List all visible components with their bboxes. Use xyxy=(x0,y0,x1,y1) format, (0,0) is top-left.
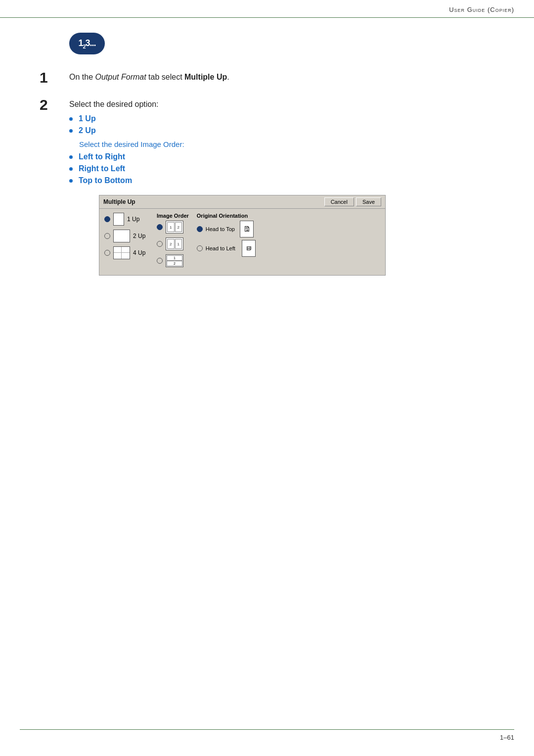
head-to-top-radio[interactable] xyxy=(197,226,203,232)
cancel-button[interactable]: Cancel xyxy=(324,197,354,206)
step-1-text: On the Output Format tab select Multiple… xyxy=(69,71,494,83)
step-2: 2 Select the desired option: 1 Up 2 Up S… xyxy=(40,96,494,276)
rtl-label: Right to Left xyxy=(79,164,125,173)
order-radio-1[interactable] xyxy=(157,224,163,230)
bullet-dot xyxy=(69,155,73,159)
list-item-2up: 2 Up xyxy=(69,126,494,135)
order-cell-1a: 1 xyxy=(175,239,182,249)
ttb-label: Top to Bottom xyxy=(79,176,132,185)
step-1-content: On the Output Format tab select Multiple… xyxy=(69,69,494,83)
dialog-body: 1 Up 2 Up xyxy=(99,209,385,275)
bullet-dot xyxy=(69,129,73,133)
bullet-dot xyxy=(69,179,73,183)
step-2-text: Select the desired option: xyxy=(69,98,494,110)
logo-text: 123... xyxy=(78,38,95,49)
list-item-ltr: Left to Right xyxy=(69,152,494,161)
2up-option-label: 2 Up xyxy=(133,233,145,239)
bullet-dot xyxy=(69,117,73,121)
order-radio-3[interactable] xyxy=(157,258,163,264)
option-list: 1 Up 2 Up xyxy=(69,114,494,135)
page-number: 1–61 xyxy=(500,734,514,741)
1up-label: 1 Up xyxy=(79,114,96,123)
page-header: User Guide (Copier) xyxy=(0,0,534,18)
2up-radio[interactable] xyxy=(104,233,110,239)
logo-badge: 123... xyxy=(69,33,105,54)
head-to-left-label: Head to Left xyxy=(206,245,235,251)
2up-icon xyxy=(113,230,130,242)
page-footer: 1–61 xyxy=(20,729,514,741)
2up-label: 2 Up xyxy=(79,126,96,135)
4up-radio[interactable] xyxy=(104,250,110,256)
dialog-title: Multiple Up xyxy=(103,198,135,205)
dialog-titlebar: Multiple Up Cancel Save xyxy=(99,195,385,209)
list-item-ttb: Top to Bottom xyxy=(69,176,494,185)
4up-icon xyxy=(113,246,130,259)
2up-option[interactable]: 2 Up xyxy=(104,230,149,242)
dialog-button-group: Cancel Save xyxy=(324,197,381,206)
sub-instruction: Select the desired Image Order: xyxy=(79,140,494,148)
orientation-panel: Original Orientation Head to Top 🖺 Head … xyxy=(197,213,257,271)
multiple-up-dialog: Multiple Up Cancel Save xyxy=(99,195,386,276)
order-cell-1: 1 xyxy=(167,222,175,232)
4up-option-label: 4 Up xyxy=(133,249,145,256)
order-radio-2[interactable] xyxy=(157,241,163,247)
head-to-top-icon: 🖺 xyxy=(240,221,254,237)
order-cell-2: 2 xyxy=(175,222,182,232)
list-item-rtl: Right to Left xyxy=(69,164,494,173)
ttb-cell-2: 2 xyxy=(167,261,182,266)
step-1: 1 On the Output Format tab select Multip… xyxy=(40,69,494,86)
order-icon-ltr: 1 2 xyxy=(166,221,183,234)
step-2-number: 2 xyxy=(40,96,64,113)
head-to-top-label: Head to Top xyxy=(206,226,235,232)
4up-option[interactable]: 4 Up xyxy=(104,246,149,259)
1up-radio[interactable] xyxy=(104,216,110,222)
main-content: 123... 1 On the Output Format tab select… xyxy=(0,18,534,326)
order-option-1[interactable]: 1 2 xyxy=(157,221,189,234)
image-order-panel: Image Order 1 2 xyxy=(157,213,189,271)
up-options-panel: 1 Up 2 Up xyxy=(104,213,149,271)
step-1-number: 1 xyxy=(40,69,64,86)
order-icon-ttb: 1 2 xyxy=(166,254,183,267)
order-option-2[interactable]: 2 1 xyxy=(157,237,189,250)
head-to-left-radio[interactable] xyxy=(197,245,203,251)
header-title: User Guide (Copier) xyxy=(449,6,514,13)
save-button[interactable]: Save xyxy=(356,197,381,206)
1up-option[interactable]: 1 Up xyxy=(104,213,149,226)
head-to-left-option[interactable]: Head to Left 🖺 xyxy=(197,241,257,255)
image-order-list: Left to Right Right to Left Top to Botto… xyxy=(69,152,494,185)
bullet-dot xyxy=(69,167,73,171)
image-order-label: Image Order xyxy=(157,213,189,219)
orientation-label: Original Orientation xyxy=(197,213,257,219)
order-cell-2a: 2 xyxy=(167,239,175,249)
ltr-label: Left to Right xyxy=(79,152,125,161)
head-to-top-option[interactable]: Head to Top 🖺 xyxy=(197,221,257,237)
step-2-content: Select the desired option: 1 Up 2 Up Sel… xyxy=(69,96,494,276)
order-icon-rtl: 2 1 xyxy=(166,237,183,250)
ttb-cell-1: 1 xyxy=(167,255,182,261)
order-option-3[interactable]: 1 2 xyxy=(157,254,189,267)
1up-option-label: 1 Up xyxy=(127,216,139,223)
head-to-left-icon: 🖺 xyxy=(242,240,256,257)
1up-icon xyxy=(113,213,124,226)
list-item-1up: 1 Up xyxy=(69,114,494,123)
